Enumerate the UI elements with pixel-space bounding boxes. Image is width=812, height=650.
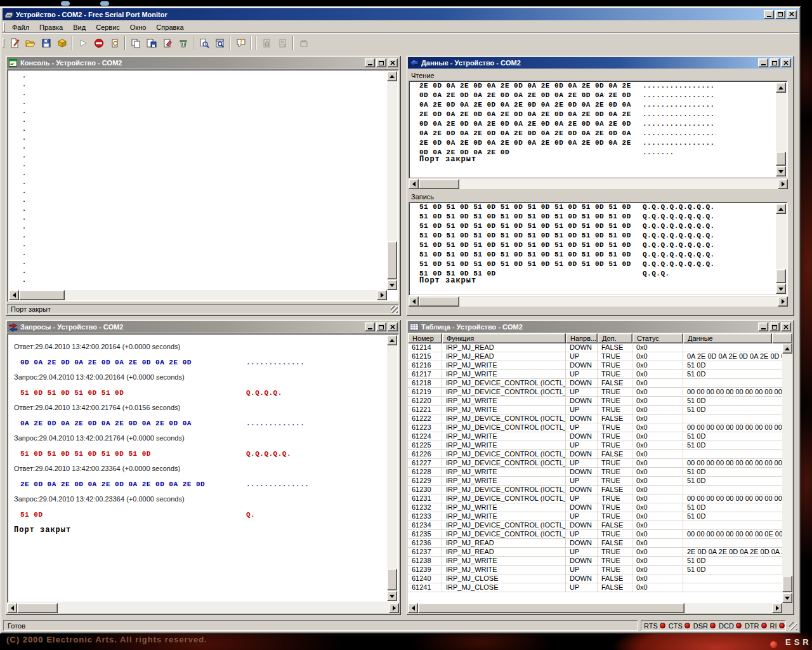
menu-item[interactable]: Справка xyxy=(151,22,188,32)
stop-monitoring-button[interactable] xyxy=(91,36,107,51)
menu-item[interactable]: Сервис xyxy=(91,22,125,32)
table-close-button[interactable] xyxy=(781,322,791,331)
scroll-thumb[interactable] xyxy=(782,576,792,592)
scroll-right-button[interactable] xyxy=(389,603,399,613)
scroll-down-button[interactable] xyxy=(387,591,397,601)
scroll-right-button[interactable] xyxy=(778,179,788,189)
scroll-thumb[interactable] xyxy=(419,296,459,307)
requests-vertical-scrollbar[interactable] xyxy=(387,335,397,601)
console-maximize-button[interactable] xyxy=(376,58,386,67)
data-close-button[interactable] xyxy=(781,58,791,67)
write-vertical-scrollbar[interactable] xyxy=(776,204,786,294)
menubar-grip[interactable] xyxy=(3,22,5,32)
column-header[interactable]: Доп. xyxy=(598,333,632,343)
scroll-down-button[interactable] xyxy=(776,284,786,294)
scroll-up-button[interactable] xyxy=(776,83,786,93)
table-maximize-button[interactable] xyxy=(769,322,780,331)
menu-item[interactable]: Правка xyxy=(34,22,68,32)
requests-close-button[interactable] xyxy=(388,322,398,331)
toolbar-grip[interactable] xyxy=(3,38,4,48)
requests-log-view[interactable]: Ответ:29.04.2010 13:42:00.20164 (+0.0000… xyxy=(7,333,399,603)
menu-item[interactable]: Файл xyxy=(7,22,34,32)
start-monitoring-button[interactable] xyxy=(75,36,91,51)
read-vertical-scrollbar[interactable] xyxy=(776,83,786,176)
scroll-down-button[interactable] xyxy=(782,593,792,603)
requests-horizontal-scrollbar[interactable] xyxy=(7,603,399,613)
console-minimize-button[interactable] xyxy=(365,58,375,67)
table-row[interactable]: 61217IRP_MJ_WRITEUPTRUE0x051 0D xyxy=(408,370,782,379)
table-horizontal-scrollbar[interactable] xyxy=(408,603,782,613)
new-session-button[interactable] xyxy=(6,36,22,51)
help-button[interactable]: ? xyxy=(233,36,249,51)
column-header[interactable]: Функция xyxy=(442,333,566,343)
close-button[interactable] xyxy=(787,10,797,19)
column-header[interactable]: Статус xyxy=(632,333,683,343)
scroll-up-button[interactable] xyxy=(387,335,397,345)
scroll-thumb[interactable] xyxy=(19,290,65,300)
maximize-button[interactable] xyxy=(775,10,785,19)
scroll-thumb[interactable] xyxy=(776,152,786,166)
export-package-button[interactable] xyxy=(54,36,70,51)
table-row[interactable]: 61227IRP_MJ_DEVICE_CONTROL (IOCTL_...UPT… xyxy=(408,459,782,468)
requests-titlebar[interactable]: Запросы - Устройство - COM2 xyxy=(7,321,399,333)
read-horizontal-scrollbar[interactable] xyxy=(409,179,788,189)
table-row[interactable]: 61229IRP_MJ_WRITEUPTRUE0x051 0D xyxy=(408,477,782,486)
menu-item[interactable]: Окно xyxy=(125,22,152,32)
main-titlebar[interactable]: Устройство - COM2 - Free Serial Port Mon… xyxy=(3,8,798,20)
table-row[interactable]: 61237IRP_MJ_READUPTRUE0x02E 0D 0A 2E 0D … xyxy=(408,548,782,557)
requests-maximize-button[interactable] xyxy=(376,322,386,331)
table-row[interactable]: 61233IRP_MJ_WRITEUPTRUE0x051 0D xyxy=(408,512,782,521)
console-horizontal-scrollbar[interactable] xyxy=(9,290,387,300)
scroll-down-button[interactable] xyxy=(776,166,786,176)
scroll-up-button[interactable] xyxy=(776,204,786,214)
open-button[interactable] xyxy=(22,36,38,51)
request-view-button-disabled[interactable] xyxy=(259,36,275,51)
write-hex-panel[interactable]: 51 0D 51 0D 51 0D 51 0D 51 0D 51 0D 51 0… xyxy=(409,202,788,296)
minimize-button[interactable] xyxy=(764,10,774,19)
table-row[interactable]: 61240IRP_MJ_CLOSEDOWNFALSE0x0 xyxy=(408,574,782,583)
menu-item[interactable]: Вид xyxy=(68,22,91,32)
scroll-right-button[interactable] xyxy=(377,290,387,300)
scroll-thumb[interactable] xyxy=(419,179,459,189)
table-row[interactable]: 61220IRP_MJ_WRITEDOWNTRUE0x051 0D xyxy=(408,397,782,406)
scroll-up-button[interactable] xyxy=(782,343,792,354)
table-row[interactable]: 61232IRP_MJ_WRITEDOWNTRUE0x051 0D xyxy=(408,503,782,512)
table-row[interactable]: 61224IRP_MJ_WRITEDOWNTRUE0x051 0D xyxy=(408,432,782,441)
save-button[interactable] xyxy=(38,36,54,51)
table-row[interactable]: 61238IRP_MJ_WRITEDOWNTRUE0x051 0D xyxy=(408,557,782,566)
plugin-button-disabled[interactable] xyxy=(296,36,311,51)
table-row[interactable]: 61236IRP_MJ_READDOWNFALSE0x0 xyxy=(408,539,782,548)
table-row[interactable]: 61214IRP_MJ_READDOWNFALSE0x0 xyxy=(408,343,782,352)
scroll-left-button[interactable] xyxy=(7,603,17,613)
scroll-up-button[interactable] xyxy=(387,71,397,81)
table-row[interactable]: 61218IRP_MJ_DEVICE_CONTROL (IOCTL_...DOW… xyxy=(408,379,782,388)
save-data-button[interactable] xyxy=(143,36,159,51)
erase-data-button[interactable] xyxy=(159,36,175,51)
scroll-thumb[interactable] xyxy=(418,603,684,613)
table-row[interactable]: 61235IRP_MJ_DEVICE_CONTROL (IOCTL_...UPT… xyxy=(408,530,782,539)
find-button[interactable] xyxy=(196,36,212,51)
console-titlebar[interactable]: Консоль - Устройство - COM2 xyxy=(7,57,399,69)
scroll-thumb[interactable] xyxy=(776,269,786,283)
table-row[interactable]: 61215IRP_MJ_READUPTRUE0x00A 2E 0D 0A 2E … xyxy=(408,352,782,361)
table-row[interactable]: 61234IRP_MJ_DEVICE_CONTROL (IOCTL_...DOW… xyxy=(408,521,782,530)
console-close-button[interactable] xyxy=(388,58,398,67)
console-output[interactable]: ......................... xyxy=(7,69,399,302)
column-header[interactable]: Номер xyxy=(408,333,442,343)
scroll-left-button[interactable] xyxy=(409,296,419,307)
table-row[interactable]: 61216IRP_MJ_WRITEDOWNTRUE0x051 0D xyxy=(408,361,782,370)
data-minimize-button[interactable] xyxy=(758,58,768,67)
table-row[interactable]: 61241IRP_MJ_CLOSEUPFALSE0x0 xyxy=(408,583,782,592)
table-row[interactable]: 61226IRP_MJ_DEVICE_CONTROL (IOCTL_...DOW… xyxy=(408,450,782,459)
console-vertical-scrollbar[interactable] xyxy=(387,71,397,290)
table-vertical-scrollbar[interactable] xyxy=(782,343,792,603)
table-row[interactable]: 61239IRP_MJ_WRITEUPTRUE0x051 0D xyxy=(408,566,782,574)
scroll-right-button[interactable] xyxy=(772,603,782,613)
window-resize-grip[interactable] xyxy=(789,622,797,630)
table-row[interactable]: 61223IRP_MJ_DEVICE_CONTROL (IOCTL_...UPT… xyxy=(408,423,782,432)
scroll-left-button[interactable] xyxy=(9,290,19,300)
restart-capture-button[interactable] xyxy=(107,36,122,51)
table-row[interactable]: 61221IRP_MJ_WRITEUPTRUE0x051 0D xyxy=(408,406,782,415)
write-horizontal-scrollbar[interactable] xyxy=(409,296,788,307)
scroll-thumb[interactable] xyxy=(387,241,397,279)
